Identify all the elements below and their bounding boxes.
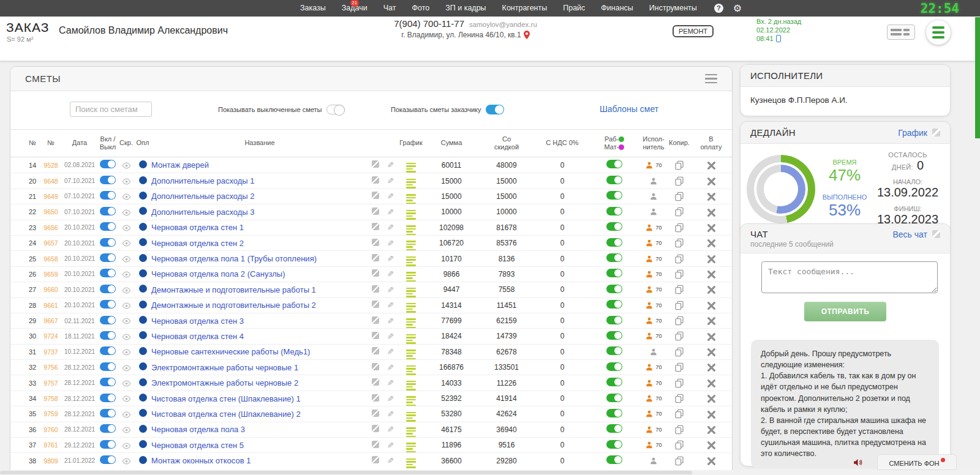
pencil-edit-icon[interactable]: ✎ (387, 316, 394, 326)
pencil-edit-icon[interactable]: ✎ (387, 378, 394, 387)
edit-frame-icon[interactable] (372, 425, 379, 432)
estimate-name-link[interactable]: Черновые сантехнические работы (Медь1) (151, 347, 368, 356)
top-nav-item[interactable]: Контрагенты (502, 0, 548, 17)
estimate-on-off-toggle[interactable] (100, 300, 116, 309)
remove-x-icon[interactable] (707, 224, 715, 232)
estimate-id-link[interactable]: 9760 (40, 426, 62, 433)
estimate-id-link[interactable]: 9649 (40, 193, 62, 200)
paid-indicator[interactable] (139, 440, 147, 448)
paid-indicator[interactable] (139, 176, 147, 184)
paid-indicator[interactable] (139, 254, 147, 262)
estimate-on-off-toggle[interactable] (100, 424, 116, 433)
copy-icon[interactable] (674, 254, 684, 264)
sound-speaker-icon[interactable] (853, 457, 863, 468)
paid-indicator[interactable] (139, 285, 147, 293)
hide-eye-icon[interactable] (122, 427, 131, 433)
rab-mat-toggle[interactable] (606, 394, 622, 402)
hide-eye-icon[interactable] (122, 380, 131, 387)
edit-frame-icon[interactable] (372, 208, 379, 215)
performer-cell[interactable]: 70 (639, 425, 668, 434)
remove-x-icon[interactable] (707, 333, 715, 341)
panel-menu-icon[interactable] (705, 74, 717, 84)
copy-icon[interactable] (674, 160, 684, 170)
hide-eye-icon[interactable] (122, 458, 131, 465)
performer-person-icon[interactable] (645, 239, 654, 247)
estimate-id-link[interactable]: 9648 (40, 178, 62, 185)
top-nav-item[interactable]: Заказы (300, 0, 326, 17)
paid-indicator[interactable] (139, 378, 147, 386)
performer-cell[interactable]: 70 (639, 255, 668, 263)
hide-eye-icon[interactable] (122, 302, 131, 309)
estimate-on-off-toggle[interactable] (100, 253, 116, 262)
estimate-name-link[interactable]: Черновая отделка пола 2 (Санузлы) (151, 269, 368, 279)
remove-x-icon[interactable] (707, 302, 715, 310)
estimate-chart-icon[interactable] (406, 210, 416, 220)
copy-icon[interactable] (674, 425, 684, 435)
expand-icon[interactable] (932, 230, 940, 238)
main-menu-button[interactable] (926, 20, 951, 45)
copy-icon[interactable] (674, 207, 684, 217)
remove-x-icon[interactable] (707, 255, 715, 263)
estimate-id-link[interactable]: 9757 (40, 380, 62, 387)
rab-mat-toggle[interactable] (606, 222, 622, 231)
paid-indicator[interactable] (139, 192, 147, 200)
performer-person-icon[interactable] (649, 208, 658, 216)
templates-link[interactable]: Шаблоны смет (600, 104, 658, 114)
estimate-on-off-toggle[interactable] (100, 362, 116, 371)
copy-icon[interactable] (674, 316, 684, 326)
estimate-on-off-toggle[interactable] (100, 346, 116, 355)
rab-mat-toggle[interactable] (606, 455, 622, 464)
pencil-edit-icon[interactable]: ✎ (387, 160, 394, 170)
pencil-edit-icon[interactable]: ✎ (387, 410, 394, 419)
performer-cell[interactable] (639, 192, 668, 201)
hide-eye-icon[interactable] (122, 193, 131, 200)
all-chat-link[interactable]: Весь чат (893, 230, 928, 239)
estimate-name-link[interactable]: Дополнительные расходы 2 (151, 192, 368, 201)
pencil-edit-icon[interactable]: ✎ (387, 239, 394, 248)
copy-icon[interactable] (674, 394, 684, 403)
copy-icon[interactable] (674, 269, 684, 279)
top-nav-item[interactable]: Фото (412, 0, 429, 17)
send-button[interactable]: ОТПРАВИТЬ (804, 302, 887, 321)
card-panel-icon[interactable] (887, 24, 915, 40)
estimate-id-link[interactable]: 9656 (40, 224, 62, 231)
performer-person-icon[interactable] (649, 348, 658, 356)
hide-eye-icon[interactable] (122, 178, 131, 185)
estimate-name-link[interactable]: Демонтажные и подготовительные работы 1 (151, 285, 368, 294)
estimate-id-link[interactable]: 9650 (40, 208, 62, 215)
estimate-id-link[interactable]: 9761 (40, 441, 62, 449)
top-nav-item[interactable]: Чат (383, 0, 396, 17)
estimate-chart-icon[interactable] (406, 350, 416, 359)
help-icon[interactable]: ? (714, 4, 723, 13)
estimate-on-off-toggle[interactable] (100, 331, 116, 340)
rab-mat-toggle[interactable] (606, 362, 622, 371)
copy-icon[interactable] (674, 223, 684, 233)
edit-frame-icon[interactable] (372, 223, 379, 230)
paid-indicator[interactable] (139, 456, 147, 464)
estimate-chart-icon[interactable] (406, 303, 416, 313)
estimate-chart-icon[interactable] (406, 194, 416, 204)
rab-mat-toggle[interactable] (606, 253, 622, 262)
performer-cell[interactable]: 70 (639, 363, 668, 372)
pencil-edit-icon[interactable]: ✎ (387, 441, 394, 450)
copy-icon[interactable] (674, 176, 684, 186)
rab-mat-toggle[interactable] (606, 331, 622, 340)
rab-mat-toggle[interactable] (606, 346, 622, 355)
hide-eye-icon[interactable] (122, 318, 131, 324)
estimate-chart-icon[interactable] (406, 256, 416, 266)
edit-frame-icon[interactable] (372, 378, 379, 386)
edit-frame-icon[interactable] (372, 394, 379, 402)
estimate-name-link[interactable]: Дополнительные расходы 1 (151, 176, 368, 185)
performer-cell[interactable]: 70 (639, 161, 668, 170)
estimate-chart-icon[interactable] (406, 412, 416, 422)
estimate-name-link[interactable]: Монтаж дверей (151, 160, 368, 170)
estimate-name-link[interactable]: Чистовая отделка стен (Шпаклевание) 1 (151, 394, 368, 403)
performer-cell[interactable] (639, 208, 668, 216)
estimate-id-link[interactable]: 9658 (40, 255, 62, 263)
estimate-chart-icon[interactable] (406, 179, 416, 189)
copy-icon[interactable] (674, 440, 684, 450)
paid-indicator[interactable] (139, 425, 147, 433)
rab-mat-toggle[interactable] (606, 409, 622, 417)
estimate-on-off-toggle[interactable] (100, 238, 116, 247)
performer-person-icon[interactable] (645, 316, 654, 325)
